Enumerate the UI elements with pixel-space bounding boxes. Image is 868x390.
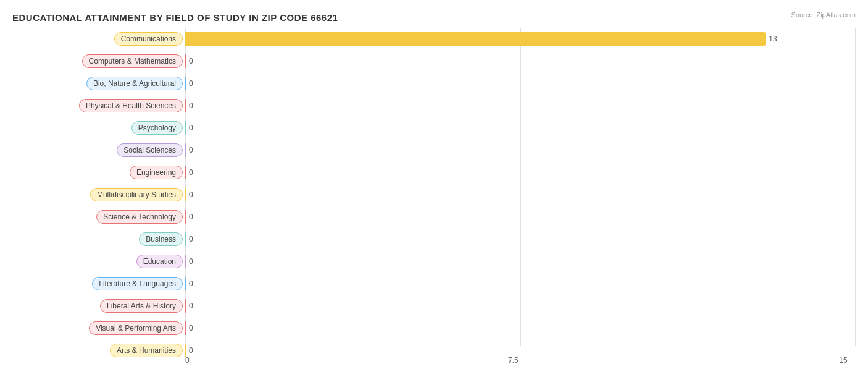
label-pill-multi: Multidisciplinary Studies [90,188,183,201]
bar-row-psychology: Psychology0 [12,117,856,139]
bar-value-business: 0 [189,235,193,244]
label-container-computers: Computers & Mathematics [12,54,185,68]
label-container-physical: Physical & Health Sciences [12,99,185,112]
label-container-education: Education [12,255,185,268]
bar-value-education: 0 [189,257,193,266]
bar-track-visual: 0 [185,321,856,335]
bar-fill-multi [185,188,186,201]
label-pill-science: Science & Technology [96,210,183,224]
bar-fill-engineering [185,166,186,179]
chart-area: Communications13Computers & Mathematics0… [12,28,856,365]
bar-track-physical: 0 [185,99,856,112]
bar-row-multi: Multidisciplinary Studies0 [12,184,856,206]
bar-track-social: 0 [185,143,856,157]
bar-value-bio: 0 [189,79,193,88]
source-label: Source: ZipAtlas.com [791,11,856,19]
label-pill-psychology: Psychology [131,121,183,135]
bar-value-computers: 0 [189,57,193,66]
bar-track-business: 0 [185,232,856,246]
bar-fill-literature [185,277,186,290]
bar-track-liberal: 0 [185,299,856,313]
bars-area: Communications13Computers & Mathematics0… [12,28,856,346]
chart-title: EDUCATIONAL ATTAINMENT BY FIELD OF STUDY… [12,12,856,23]
label-pill-literature: Literature & Languages [92,277,183,290]
label-pill-engineering: Engineering [130,166,183,179]
label-container-literature: Literature & Languages [12,277,185,290]
label-pill-social: Social Sciences [117,143,183,157]
bar-row-social: Social Sciences0 [12,139,856,161]
bar-value-social: 0 [189,146,193,155]
label-pill-liberal: Liberal Arts & History [100,299,183,313]
bar-row-liberal: Liberal Arts & History0 [12,295,856,317]
label-pill-physical: Physical & Health Sciences [79,99,183,112]
bar-track-science: 0 [185,210,856,224]
bar-value-visual: 0 [189,324,193,333]
x-axis: 0 7.5 15 [185,354,856,365]
label-container-arts: Arts & Humanities [12,344,185,357]
label-pill-arts: Arts & Humanities [110,344,183,357]
bar-row-bio: Bio, Nature & Agricultural0 [12,72,856,95]
label-container-psychology: Psychology [12,121,185,135]
label-pill-computers: Computers & Mathematics [82,54,183,68]
label-container-communications: Communications [12,32,185,46]
bar-track-communications: 13 [185,32,856,46]
bar-fill-social [185,143,186,157]
label-container-bio: Bio, Nature & Agricultural [12,77,185,90]
bar-track-psychology: 0 [185,121,856,135]
bar-fill-physical [185,99,186,112]
bar-value-multi: 0 [189,190,193,199]
label-container-engineering: Engineering [12,166,185,179]
x-label-0: 0 [185,356,190,365]
label-container-business: Business [12,232,185,246]
bar-row-science: Science & Technology0 [12,206,856,228]
bar-value-physical: 0 [189,101,193,110]
bar-fill-psychology [185,121,186,135]
bar-fill-liberal [185,299,186,313]
bar-track-computers: 0 [185,54,856,68]
bar-value-engineering: 0 [189,168,193,177]
bar-row-computers: Computers & Mathematics0 [12,50,856,72]
bar-track-engineering: 0 [185,166,856,179]
bar-row-business: Business0 [12,228,856,250]
label-container-visual: Visual & Performing Arts [12,321,185,335]
bar-fill-science [185,210,186,224]
bar-value-literature: 0 [189,279,193,288]
x-label-mid: 7.5 [508,356,519,365]
label-container-liberal: Liberal Arts & History [12,299,185,313]
label-pill-communications: Communications [114,32,183,46]
bar-row-literature: Literature & Languages0 [12,273,856,295]
chart-container: EDUCATIONAL ATTAINMENT BY FIELD OF STUDY… [0,0,868,390]
bar-fill-visual [185,321,186,335]
label-pill-bio: Bio, Nature & Agricultural [86,77,183,90]
bar-track-multi: 0 [185,188,856,201]
bar-fill-business [185,232,186,246]
label-container-social: Social Sciences [12,143,185,157]
bar-fill-bio [185,77,186,90]
x-label-max: 15 [839,356,847,365]
bar-value-communications: 13 [769,35,777,43]
bar-fill-education [185,255,186,268]
bar-fill-computers [185,54,186,68]
bar-row-physical: Physical & Health Sciences0 [12,95,856,117]
bar-track-bio: 0 [185,77,856,90]
label-pill-education: Education [136,255,183,268]
label-pill-visual: Visual & Performing Arts [89,321,183,335]
bar-fill-communications [185,32,766,46]
bar-value-liberal: 0 [189,302,193,310]
label-pill-business: Business [139,232,183,246]
label-container-multi: Multidisciplinary Studies [12,188,185,201]
bar-row-visual: Visual & Performing Arts0 [12,317,856,339]
label-container-science: Science & Technology [12,210,185,224]
bar-row-education: Education0 [12,250,856,273]
bar-row-engineering: Engineering0 [12,161,856,184]
bar-row-communications: Communications13 [12,28,856,50]
bar-value-science: 0 [189,213,193,221]
bar-track-literature: 0 [185,277,856,290]
bar-track-education: 0 [185,255,856,268]
bar-value-psychology: 0 [189,124,193,132]
